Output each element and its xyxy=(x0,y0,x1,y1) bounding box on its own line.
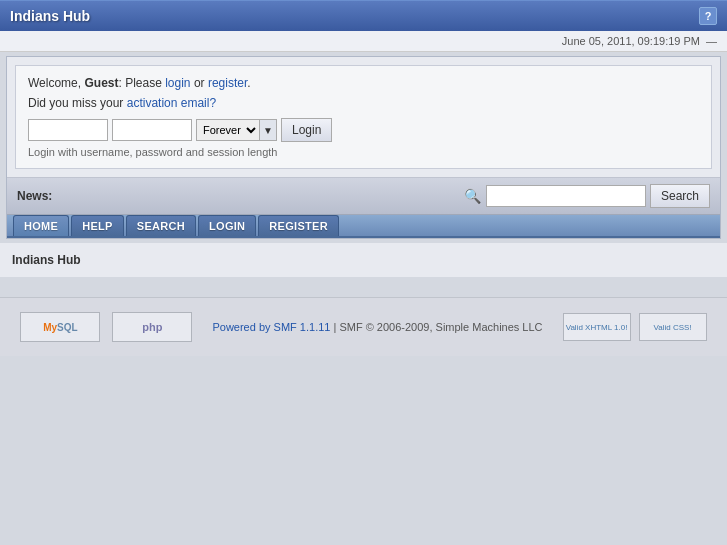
datetime-text: June 05, 2011, 09:19:19 PM xyxy=(562,35,700,47)
info-bar: June 05, 2011, 09:19:19 PM — xyxy=(0,31,727,52)
or-text: or xyxy=(191,76,208,90)
nav-tabs: HOMEHELPSEARCHLOGINREGISTER xyxy=(7,215,720,238)
smf-copyright: | SMF © 2006-2009, Simple Machines LLC xyxy=(330,321,542,333)
activation-link[interactable]: activation email? xyxy=(127,96,216,110)
valid-badges: Valid XHTML 1.0! Valid CSS! xyxy=(563,313,707,341)
title-bar-left: Indians Hub xyxy=(10,8,90,24)
mysql-badge: MySQL xyxy=(20,312,100,342)
footer-logos: MySQL php xyxy=(20,312,192,342)
main-area: Welcome, Guest: Please login or register… xyxy=(6,56,721,239)
welcome-line: Welcome, Guest: Please login or register… xyxy=(28,76,699,90)
activation-line: Did you miss your activation email? xyxy=(28,96,699,110)
nav-tab-register[interactable]: REGISTER xyxy=(258,215,339,236)
search-bar: News: 🔍 Search xyxy=(7,177,720,215)
footer-text: Powered by SMF 1.1.11 | SMF © 2006-2009,… xyxy=(212,321,542,333)
login-panel: Welcome, Guest: Please login or register… xyxy=(15,65,712,169)
xhtml-badge: Valid XHTML 1.0! xyxy=(563,313,631,341)
session-select[interactable]: Forever xyxy=(196,119,259,141)
miss-text: Did you miss your xyxy=(28,96,127,110)
powered-by-text: Powered by SMF 1.1.11 xyxy=(212,321,330,333)
login-hint: Login with username, password and sessio… xyxy=(28,146,699,158)
search-icon: 🔍 xyxy=(464,187,482,205)
footer: MySQL php Powered by SMF 1.1.11 | SMF © … xyxy=(0,297,727,356)
breadcrumb-text: Indians Hub xyxy=(12,253,81,267)
news-label: News: xyxy=(17,189,52,203)
nav-tab-home[interactable]: HOME xyxy=(13,215,69,236)
xhtml-text: Valid XHTML 1.0! xyxy=(566,323,628,332)
title-bar: Indians Hub ? xyxy=(0,0,727,31)
session-dropdown-button[interactable]: ▼ xyxy=(259,119,277,141)
nav-tab-search[interactable]: SEARCH xyxy=(126,215,196,236)
minimize-icon[interactable]: — xyxy=(706,35,717,47)
search-right: 🔍 Search xyxy=(464,184,710,208)
php-badge: php xyxy=(112,312,192,342)
guest-label: Guest xyxy=(84,76,118,90)
session-select-wrapper: Forever ▼ xyxy=(196,119,277,141)
help-icon-button[interactable]: ? xyxy=(699,7,717,25)
welcome-text: Welcome, xyxy=(28,76,84,90)
period-text: . xyxy=(247,76,250,90)
page-content: Indians Hub xyxy=(0,243,727,277)
password-input[interactable] xyxy=(112,119,192,141)
css-badge: Valid CSS! xyxy=(639,313,707,341)
nav-tab-help[interactable]: HELP xyxy=(71,215,124,236)
username-input[interactable] xyxy=(28,119,108,141)
register-link[interactable]: register xyxy=(208,76,247,90)
site-title: Indians Hub xyxy=(10,8,90,24)
login-link[interactable]: login xyxy=(165,76,190,90)
css-text: Valid CSS! xyxy=(654,323,692,332)
app-wrapper: Indians Hub ? June 05, 2011, 09:19:19 PM… xyxy=(0,0,727,545)
search-input[interactable] xyxy=(486,185,646,207)
nav-tab-login[interactable]: LOGIN xyxy=(198,215,256,236)
login-form-row: Forever ▼ Login xyxy=(28,118,699,142)
smf-link[interactable]: Powered by SMF 1.1.11 xyxy=(212,321,330,333)
login-button[interactable]: Login xyxy=(281,118,332,142)
search-button[interactable]: Search xyxy=(650,184,710,208)
please-part: : Please xyxy=(118,76,165,90)
